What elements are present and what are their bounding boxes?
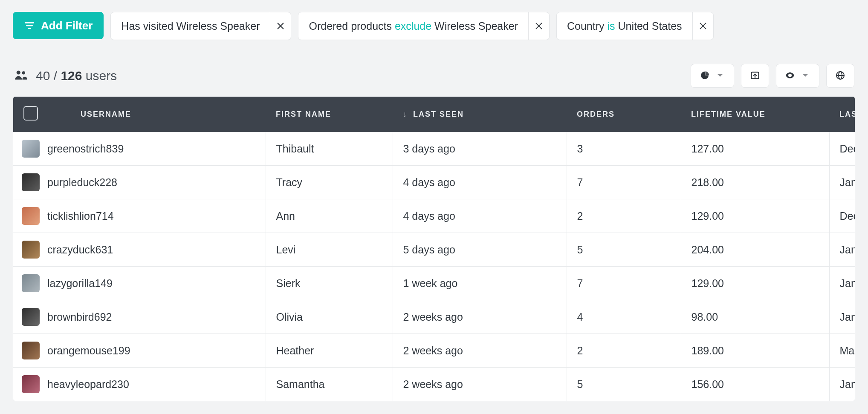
filter-chip[interactable]: Ordered products exclude Wireless Speake… [298, 12, 550, 40]
table-row[interactable]: purpleduck228 Tracy 4 days ago 7 218.00 … [13, 166, 855, 199]
orders: 4 [567, 300, 681, 334]
first-name: Ann [266, 199, 393, 233]
orders: 5 [567, 233, 681, 267]
chart-button[interactable] [691, 64, 734, 88]
summary-row: 40 / 126 users [13, 64, 855, 88]
last-order: December 13, 2018 [829, 199, 855, 233]
orders: 3 [567, 132, 681, 166]
lifetime-value: 204.00 [681, 233, 829, 267]
visibility-button[interactable] [776, 64, 819, 88]
avatar [22, 308, 40, 326]
table-row[interactable]: crazyduck631 Levi 5 days ago 5 204.00 Ja… [13, 233, 855, 267]
filter-chip-close[interactable] [528, 12, 549, 40]
toolbar [691, 64, 854, 88]
first-name: Heather [266, 334, 393, 368]
lifetime-value: 156.00 [681, 368, 829, 401]
first-name: Olivia [266, 300, 393, 334]
lifetime-value: 129.00 [681, 267, 829, 300]
first-name: Sierk [266, 267, 393, 300]
add-filter-button[interactable]: Add Filter [13, 12, 104, 39]
close-icon [698, 21, 708, 31]
select-all-checkbox[interactable] [23, 106, 38, 121]
username: orangemouse199 [47, 345, 130, 357]
table-row[interactable]: ticklishlion714 Ann 4 days ago 2 129.00 … [13, 199, 855, 233]
export-button[interactable] [741, 64, 769, 88]
column-header-orders[interactable]: ORDERS [567, 97, 681, 132]
globe-icon [835, 70, 845, 82]
avatar [22, 342, 40, 359]
last-seen: 4 days ago [393, 199, 567, 233]
username: heavyleopard230 [47, 378, 129, 391]
caret-down-icon [800, 70, 810, 82]
avatar [22, 241, 40, 259]
lifetime-value: 127.00 [681, 132, 829, 166]
filter-chip[interactable]: Country is United States [556, 12, 714, 40]
export-icon [750, 70, 760, 82]
first-name: Samantha [266, 368, 393, 401]
last-seen: 3 days ago [393, 132, 567, 166]
table-row[interactable]: brownbird692 Olivia 2 weeks ago 4 98.00 … [13, 300, 855, 334]
filter-chip-label: Country is United States [557, 12, 692, 40]
avatar [22, 207, 40, 225]
table-row[interactable]: heavyleopard230 Samantha 2 weeks ago 5 1… [13, 368, 855, 401]
last-order: December 28, 2016 [829, 132, 855, 166]
filter-chip-close[interactable] [270, 12, 291, 40]
first-name: Levi [266, 233, 393, 267]
column-header-first-name[interactable]: FIRST NAME [266, 97, 393, 132]
username: brownbird692 [47, 311, 112, 323]
last-order: January 28, 2019 [829, 368, 855, 401]
filter-chip-label: Ordered products exclude Wireless Speake… [298, 12, 528, 40]
last-order: January 22, 2019 [829, 233, 855, 267]
username: ticklishlion714 [47, 210, 114, 222]
last-seen: 2 weeks ago [393, 334, 567, 368]
add-filter-label: Add Filter [41, 19, 93, 32]
people-icon [14, 68, 28, 84]
close-icon [276, 21, 285, 31]
sort-desc-icon: ↓ [403, 110, 411, 118]
table-row[interactable]: lazygorilla149 Sierk 1 week ago 7 129.00… [13, 267, 855, 300]
users-table: USERNAME FIRST NAME ↓ LAST SEEN ORDERS L… [13, 96, 855, 401]
last-seen: 2 weeks ago [393, 300, 567, 334]
caret-down-icon [715, 70, 725, 82]
filter-chip[interactable]: Has visited Wireless Speaker [110, 12, 291, 40]
orders: 7 [567, 267, 681, 300]
username: purpleduck228 [47, 176, 117, 189]
username: lazygorilla149 [47, 277, 113, 290]
last-order: January 17, 2019 [829, 300, 855, 334]
first-name: Thibault [266, 132, 393, 166]
column-header-last-order[interactable]: LAST ORDER [829, 97, 855, 132]
username: greenostrich839 [47, 143, 124, 155]
filter-icon [24, 20, 35, 31]
filter-chip-label: Has visited Wireless Speaker [111, 12, 270, 40]
lifetime-value: 129.00 [681, 199, 829, 233]
orders: 7 [567, 166, 681, 199]
column-header-username[interactable]: USERNAME [70, 97, 266, 132]
close-icon [534, 21, 544, 31]
avatar [22, 140, 40, 158]
table-row[interactable]: orangemouse199 Heather 2 weeks ago 2 189… [13, 334, 855, 368]
last-seen: 2 weeks ago [393, 368, 567, 401]
column-header-last-seen[interactable]: ↓ LAST SEEN [393, 97, 567, 132]
svg-point-10 [22, 71, 25, 74]
orders: 2 [567, 199, 681, 233]
orders: 5 [567, 368, 681, 401]
orders: 2 [567, 334, 681, 368]
lifetime-value: 189.00 [681, 334, 829, 368]
svg-point-9 [17, 71, 20, 75]
user-count: 40 / 126 users [36, 69, 117, 83]
column-header-select[interactable] [13, 97, 70, 132]
globe-button[interactable] [826, 64, 854, 88]
lifetime-value: 98.00 [681, 300, 829, 334]
last-seen: 1 week ago [393, 267, 567, 300]
last-order: January 21, 2019 [829, 267, 855, 300]
last-order: January 30, 2019 [829, 166, 855, 199]
first-name: Tracy [266, 166, 393, 199]
last-order: March 2, 2017 [829, 334, 855, 368]
table-row[interactable]: greenostrich839 Thibault 3 days ago 3 12… [13, 132, 855, 166]
column-header-lifetime-value[interactable]: LIFETIME VALUE [681, 97, 829, 132]
filter-bar: Add Filter Has visited Wireless Speaker … [13, 12, 855, 40]
avatar [22, 173, 40, 191]
avatar [22, 274, 40, 292]
filter-chip-close[interactable] [692, 12, 713, 40]
lifetime-value: 218.00 [681, 166, 829, 199]
